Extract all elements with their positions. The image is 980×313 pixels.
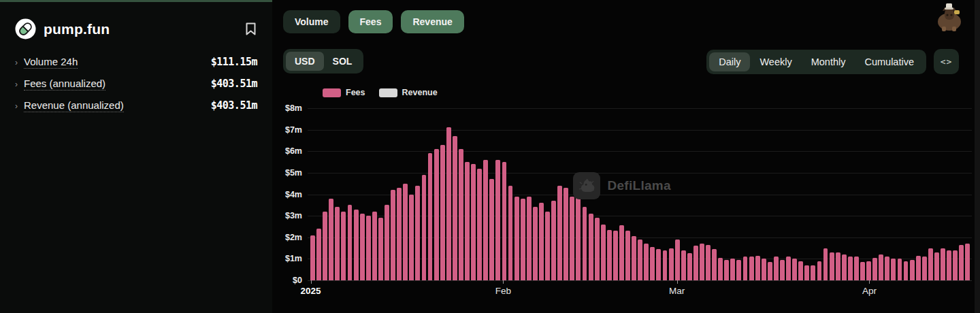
bar[interactable] <box>613 231 618 280</box>
embed-code-button[interactable]: <> <box>934 49 959 74</box>
bar[interactable] <box>583 207 587 280</box>
bar[interactable] <box>755 256 760 280</box>
bar[interactable] <box>514 197 519 280</box>
bar[interactable] <box>323 212 327 280</box>
bar[interactable] <box>527 197 532 280</box>
bar[interactable] <box>916 256 921 280</box>
bar[interactable] <box>712 249 717 280</box>
bar[interactable] <box>329 199 333 280</box>
bar[interactable] <box>687 253 692 280</box>
bar[interactable] <box>335 207 340 280</box>
bar[interactable] <box>872 258 877 280</box>
stat-label[interactable]: Revenue (annualized) <box>24 99 124 112</box>
bar[interactable] <box>736 260 741 280</box>
bar[interactable] <box>570 197 574 280</box>
bar[interactable] <box>403 184 408 280</box>
bar[interactable] <box>700 244 704 280</box>
bookmark-icon[interactable] <box>246 22 256 35</box>
bar[interactable] <box>391 190 395 280</box>
bar[interactable] <box>372 212 377 280</box>
interval-tab-cumulative[interactable]: Cumulative <box>855 52 924 71</box>
bar[interactable] <box>539 203 544 280</box>
legend-item-revenue[interactable]: Revenue <box>379 88 438 97</box>
bar[interactable] <box>656 249 661 280</box>
bar[interactable] <box>959 245 964 280</box>
bar[interactable] <box>533 207 538 280</box>
bar[interactable] <box>663 250 668 280</box>
bar[interactable] <box>774 257 779 280</box>
bar[interactable] <box>898 259 902 280</box>
bar[interactable] <box>749 257 754 280</box>
bar[interactable] <box>471 164 476 280</box>
bar[interactable] <box>786 257 791 280</box>
bar[interactable] <box>860 262 865 280</box>
bar[interactable] <box>564 188 568 280</box>
bar[interactable] <box>601 225 606 280</box>
bar[interactable] <box>595 218 600 280</box>
bar[interactable] <box>866 261 871 280</box>
bar[interactable] <box>644 244 649 280</box>
bar[interactable] <box>465 162 470 280</box>
bar[interactable] <box>632 236 636 280</box>
bar[interactable] <box>348 205 353 280</box>
bar[interactable] <box>854 257 859 280</box>
bar[interactable] <box>675 240 680 280</box>
bar[interactable] <box>489 179 494 280</box>
interval-tab-weekly[interactable]: Weekly <box>750 52 801 71</box>
bar[interactable] <box>310 235 315 280</box>
currency-option-usd[interactable]: USD <box>286 52 324 71</box>
metric-button-revenue[interactable]: Revenue <box>401 10 463 33</box>
bar[interactable] <box>366 216 371 280</box>
bar[interactable] <box>718 258 723 280</box>
bar[interactable] <box>385 205 389 280</box>
bar[interactable] <box>434 149 439 280</box>
llama-avatar[interactable] <box>934 3 965 32</box>
bar[interactable] <box>354 210 359 280</box>
bar[interactable] <box>681 250 686 280</box>
bar[interactable] <box>453 136 457 280</box>
bar[interactable] <box>378 218 383 280</box>
bar[interactable] <box>928 248 933 280</box>
bar[interactable] <box>409 195 414 281</box>
bar[interactable] <box>495 160 500 280</box>
interval-tab-monthly[interactable]: Monthly <box>802 52 855 71</box>
bar[interactable] <box>780 260 785 280</box>
bar[interactable] <box>804 265 809 280</box>
bar[interactable] <box>965 244 970 280</box>
bar[interactable] <box>904 261 909 280</box>
currency-option-sol[interactable]: SOL <box>324 52 361 71</box>
stat-label[interactable]: Volume 24h <box>24 56 78 69</box>
bar[interactable] <box>879 254 883 280</box>
bar[interactable] <box>798 261 803 280</box>
bar[interactable] <box>842 254 847 280</box>
bar[interactable] <box>836 252 840 280</box>
bar[interactable] <box>830 252 834 280</box>
metric-button-fees[interactable]: Fees <box>348 10 393 33</box>
bar[interactable] <box>891 259 896 280</box>
stat-label[interactable]: Fees (annualized) <box>24 78 105 90</box>
bar[interactable] <box>341 212 346 280</box>
bar[interactable] <box>811 265 815 280</box>
bar[interactable] <box>316 229 321 280</box>
metric-button-volume[interactable]: Volume <box>283 10 340 33</box>
bar[interactable] <box>440 145 445 280</box>
bar[interactable] <box>922 257 927 280</box>
bar[interactable] <box>521 199 525 280</box>
bar[interactable] <box>848 257 853 280</box>
bar[interactable] <box>589 214 593 280</box>
bar[interactable] <box>508 186 513 280</box>
bar[interactable] <box>619 225 624 280</box>
bar[interactable] <box>557 186 562 280</box>
bar[interactable] <box>669 248 674 280</box>
bar[interactable] <box>823 248 828 280</box>
bar[interactable] <box>910 260 915 280</box>
bar[interactable] <box>792 259 797 280</box>
bar[interactable] <box>706 245 710 280</box>
bar[interactable] <box>693 246 698 280</box>
bar[interactable] <box>428 153 433 280</box>
bar[interactable] <box>762 259 766 280</box>
bar[interactable] <box>545 212 550 280</box>
bar[interactable] <box>551 201 556 280</box>
bar[interactable] <box>502 162 507 280</box>
bar[interactable] <box>947 250 951 280</box>
